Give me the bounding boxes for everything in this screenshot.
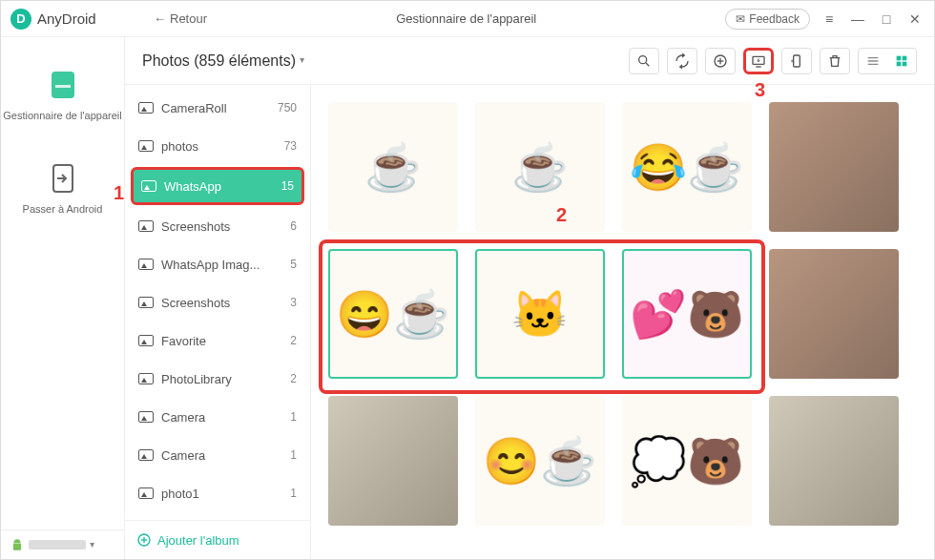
album-name: photos xyxy=(161,139,198,154)
add-album-button[interactable]: Ajouter l'album xyxy=(125,520,310,559)
content-area: Photos (859 éléments) ▸ CameraRoll750 xyxy=(125,37,934,559)
album-name: WhatsApp Imag... xyxy=(161,258,260,272)
album-item[interactable]: WhatsApp Imag...5 xyxy=(125,245,310,283)
album-count: 3 xyxy=(290,296,297,309)
album-item[interactable]: PhotoLibrary2 xyxy=(125,360,310,398)
photo-thumb-selected[interactable]: 💕🐻 xyxy=(622,249,752,379)
export-to-device-button[interactable] xyxy=(781,48,812,74)
window-title: Gestionnaire de l'appareil xyxy=(207,11,725,26)
toolbar-actions xyxy=(629,48,917,74)
sidebar-item-device-manager[interactable]: Gestionnaire de l'appareil xyxy=(3,66,121,121)
add-album-label: Ajouter l'album xyxy=(157,533,239,548)
album-item[interactable]: photos73 xyxy=(125,127,310,165)
album-count: 1 xyxy=(290,410,297,424)
album-item[interactable]: photo11 xyxy=(125,474,310,512)
android-icon xyxy=(10,538,24,551)
album-count: 1 xyxy=(290,487,297,500)
left-sidebar: Gestionnaire de l'appareil Passer à Andr… xyxy=(1,37,125,559)
photo-thumb[interactable] xyxy=(769,396,899,526)
album-icon xyxy=(138,373,154,384)
arrow-left-icon: ← xyxy=(154,11,166,26)
photo-thumb[interactable] xyxy=(769,102,899,232)
svg-rect-17 xyxy=(903,61,907,66)
photo-thumb[interactable]: 😊☕ xyxy=(475,396,605,526)
sticker-bear-icon: 💭🐻 xyxy=(630,434,744,488)
maximize-button[interactable]: □ xyxy=(877,11,896,27)
album-name: CameraRoll xyxy=(161,101,227,115)
export-device-icon xyxy=(789,53,804,69)
photo-thumb[interactable]: ☕ xyxy=(475,102,605,232)
sidebar-item-to-android[interactable]: Passer à Android xyxy=(23,159,103,215)
section-title-dropdown[interactable]: Photos (859 éléments) ▸ xyxy=(142,52,305,70)
album-name: Camera xyxy=(161,410,205,425)
photo-thumb-selected[interactable]: 🐱 xyxy=(475,249,605,379)
photo-thumb[interactable]: ☕ xyxy=(328,102,458,232)
device-status[interactable]: ▸ xyxy=(1,529,124,559)
grid-view-button[interactable] xyxy=(887,49,916,73)
back-label: Retour xyxy=(170,11,207,26)
minimize-button[interactable]: — xyxy=(848,11,867,27)
album-count: 2 xyxy=(290,334,297,347)
album-name: PhotoLibrary xyxy=(161,372,232,386)
album-item[interactable]: CameraRoll750 xyxy=(125,89,310,127)
album-count: 5 xyxy=(290,258,297,271)
sticker-coffee-icon: 😂☕ xyxy=(630,140,744,195)
sidebar-label: Gestionnaire de l'appareil xyxy=(3,110,121,121)
to-android-icon xyxy=(44,159,82,197)
album-icon xyxy=(138,140,154,152)
list-view-button[interactable] xyxy=(859,49,887,73)
add-button[interactable] xyxy=(705,48,736,74)
sticker-cat-icon: 🐱 xyxy=(511,287,569,342)
sticker-coffee-icon: 😄☕ xyxy=(336,287,450,342)
search-button[interactable] xyxy=(629,48,659,74)
album-name: WhatsApp xyxy=(164,179,221,194)
album-name: Screenshots xyxy=(161,219,230,234)
svg-rect-15 xyxy=(903,55,907,60)
svg-rect-1 xyxy=(55,85,71,88)
refresh-button[interactable] xyxy=(667,48,697,74)
album-count: 750 xyxy=(278,101,297,114)
album-item[interactable]: Screenshots3 xyxy=(125,283,310,321)
album-icon xyxy=(138,259,154,270)
album-icon xyxy=(138,449,154,461)
close-button[interactable]: ✕ xyxy=(905,11,925,27)
album-name: Favorite xyxy=(161,334,206,348)
album-count: 6 xyxy=(290,219,297,233)
album-icon xyxy=(141,180,156,192)
export-to-pc-button[interactable] xyxy=(743,48,774,74)
album-item[interactable]: Favorite2 xyxy=(125,321,310,360)
photo-thumb-selected[interactable]: 😄☕ xyxy=(328,249,458,379)
grid-icon xyxy=(894,53,909,69)
album-count: 2 xyxy=(290,372,297,385)
list-icon xyxy=(865,53,881,69)
thumb-row: ☕ ☕ 😂☕ xyxy=(328,102,917,232)
search-icon xyxy=(636,53,652,69)
photo-thumb[interactable]: 😂☕ xyxy=(622,102,752,232)
body-row: CameraRoll750 photos73 WhatsApp15 Screen… xyxy=(125,85,934,559)
svg-point-3 xyxy=(639,55,647,63)
device-name xyxy=(29,540,86,550)
album-item[interactable]: Camera1 xyxy=(125,436,310,474)
album-item-whatsapp[interactable]: WhatsApp15 xyxy=(131,167,304,205)
trash-icon xyxy=(827,53,842,69)
feedback-label: Feedback xyxy=(749,12,800,26)
feedback-button[interactable]: ✉ Feedback xyxy=(725,9,810,30)
album-item[interactable]: Screenshots6 xyxy=(125,207,310,245)
device-manager-icon xyxy=(44,66,82,104)
back-button[interactable]: ← Retour xyxy=(154,11,207,26)
menu-icon[interactable]: ≡ xyxy=(820,11,839,27)
album-item[interactable]: Camera1 xyxy=(125,398,310,436)
main-area: Gestionnaire de l'appareil Passer à Andr… xyxy=(1,37,934,559)
album-icon xyxy=(138,335,154,346)
view-toggle xyxy=(858,48,917,74)
logo-area: D AnyDroid xyxy=(10,9,125,30)
refresh-icon xyxy=(675,53,690,69)
svg-rect-16 xyxy=(897,61,902,66)
sticker-coffee-icon: ☕ xyxy=(364,140,422,195)
chevron-down-icon: ▸ xyxy=(298,58,308,63)
delete-button[interactable] xyxy=(820,48,850,74)
photo-thumb[interactable] xyxy=(328,396,458,526)
photo-thumb[interactable] xyxy=(769,249,899,379)
photo-thumb[interactable]: 💭🐻 xyxy=(622,396,752,526)
app-name: AnyDroid xyxy=(37,10,96,27)
